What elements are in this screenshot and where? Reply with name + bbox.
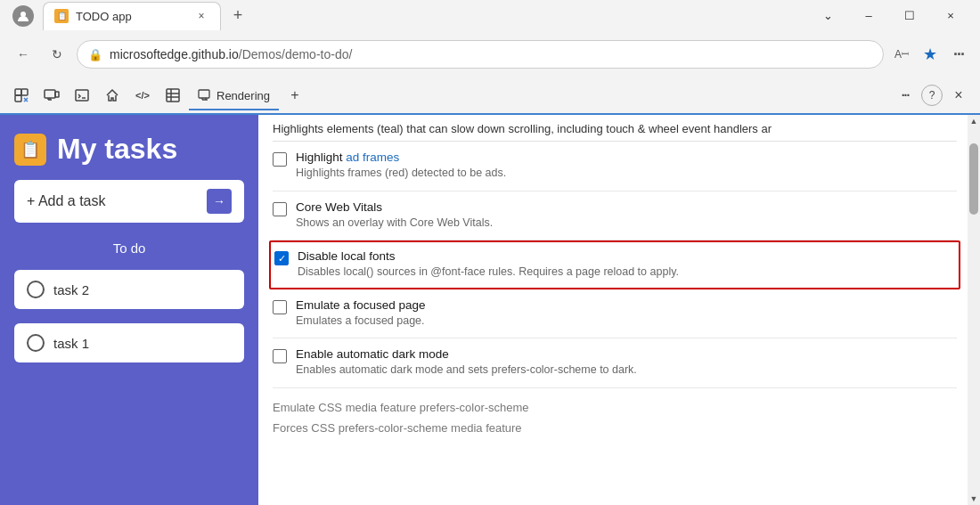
sources-button[interactable]: </> (128, 81, 157, 110)
emulate-focused-page-name: Emulate a focused page (296, 298, 957, 312)
title-bar: 📋 TODO app × + ⌄ – ☐ × (0, 0, 980, 31)
tab-title: TODO app (76, 10, 186, 23)
svg-rect-6 (76, 90, 88, 101)
refresh-button[interactable]: ↻ (43, 40, 71, 69)
core-web-vitals-desc: Shows an overlay with Core Web Vitals. (296, 216, 957, 232)
disable-local-fonts-checkbox[interactable] (274, 251, 289, 265)
device-emulation-button[interactable] (37, 81, 66, 110)
task-label-task2: task 2 (53, 282, 89, 297)
option-highlight-ad-frames: Highlight ad frames Highlights frames (r… (273, 142, 957, 191)
address-box[interactable]: 🔒 microsoftedge.github.io/Demos/demo-to-… (77, 40, 884, 69)
enable-auto-dark-checkbox[interactable] (273, 349, 287, 363)
tab-favicon: 📋 (54, 9, 69, 23)
active-tab[interactable]: 📋 TODO app × (43, 2, 221, 30)
core-web-vitals-checkbox[interactable] (273, 202, 287, 216)
rendering-panel: Highlights elements (teal) that can slow… (258, 115, 980, 505)
task-item-task1[interactable]: task 1 (14, 323, 244, 362)
disable-local-fonts-desc: Disables local() sources in @font-face r… (298, 265, 955, 281)
scrollbar-thumb[interactable] (969, 143, 978, 215)
svg-rect-1 (15, 89, 21, 95)
option-core-web-vitals: Core Web Vitals Shows an overlay with Co… (273, 191, 957, 241)
network-button[interactable] (159, 81, 187, 110)
core-web-vitals-text: Core Web Vitals Shows an overlay with Co… (296, 200, 957, 232)
devtools-close-button[interactable]: × (944, 81, 973, 110)
emulate-focused-page-desc: Emulates a focused page. (296, 314, 957, 330)
option-disable-local-fonts: Disable local fonts Disables local() sou… (269, 240, 960, 289)
chevron-down-icon[interactable]: ⌄ (807, 2, 848, 30)
main-area: 📋 My tasks + Add a task → To do task 2 t… (0, 115, 980, 505)
svg-rect-2 (21, 89, 28, 95)
devtools-more-button[interactable]: ··· (891, 81, 919, 110)
maximize-button[interactable]: ☐ (889, 2, 930, 30)
svg-rect-4 (45, 90, 55, 98)
option-emulate-focused-page: Emulate a focused page Emulates a focuse… (273, 289, 957, 339)
browser-more-button[interactable]: ··· (946, 42, 971, 67)
add-task-arrow-icon: → (207, 189, 232, 214)
profile-icon (12, 5, 34, 27)
scrollbar-track: ▲ ▼ (968, 115, 980, 505)
task-label-task1: task 1 (53, 336, 89, 351)
devtools-toolbar: </> Rendering + ··· ? × (0, 77, 980, 115)
url-path: /Demos/demo-to-do/ (239, 47, 353, 61)
url-display: microsoftedge.github.io/Demos/demo-to-do… (110, 47, 872, 61)
tab-bar: 📋 TODO app × + (43, 0, 807, 31)
svg-rect-5 (55, 92, 59, 97)
task-item-task2[interactable]: task 2 (14, 270, 244, 309)
scroll-hint-text: Highlights elements (teal) that can slow… (273, 115, 957, 142)
minimize-button[interactable]: – (848, 2, 889, 30)
highlight-ad-frames-name: Highlight ad frames (296, 151, 957, 164)
new-tab-button[interactable]: + (225, 3, 251, 29)
svg-rect-8 (199, 90, 209, 98)
rendering-tab[interactable]: Rendering (189, 82, 279, 110)
scroll-down-arrow[interactable]: ▼ (968, 493, 980, 505)
profile-area[interactable] (9, 2, 37, 30)
add-panel-button[interactable]: + (281, 81, 309, 110)
window-controls: ⌄ – ☐ × (807, 2, 971, 30)
console-button[interactable] (68, 81, 96, 110)
highlight-ad-frames-text: Highlight ad frames Highlights frames (r… (296, 151, 957, 182)
scroll-up-arrow[interactable]: ▲ (968, 115, 980, 127)
tab-close-button[interactable]: × (193, 8, 209, 24)
enable-auto-dark-desc: Enables automatic dark mode and sets pre… (296, 362, 957, 379)
todo-header: 📋 My tasks (14, 133, 244, 166)
enable-auto-dark-name: Enable automatic dark mode (296, 347, 957, 361)
svg-rect-3 (15, 95, 21, 102)
disable-local-fonts-name: Disable local fonts (298, 249, 955, 263)
emulate-focused-page-checkbox[interactable] (273, 300, 287, 314)
back-button[interactable]: ← (9, 40, 37, 69)
enable-auto-dark-text: Enable automatic dark mode Enables autom… (296, 347, 957, 379)
todo-app-icon: 📋 (14, 134, 46, 166)
rendering-tab-label: Rendering (216, 89, 270, 102)
todo-app-title: My tasks (57, 133, 177, 166)
read-aloud-button[interactable]: A𝄩 (889, 42, 914, 67)
svg-rect-7 (167, 89, 179, 102)
task-checkbox-task1[interactable] (27, 334, 45, 352)
panel-content[interactable]: Highlights elements (teal) that can slow… (258, 115, 980, 505)
add-task-label: + Add a task (27, 193, 106, 209)
ad-frames-link[interactable]: ad frames (346, 151, 399, 164)
devtools-right-controls: ··· ? × (891, 81, 973, 110)
emulate-focused-page-text: Emulate a focused page Emulates a focuse… (296, 298, 957, 330)
highlight-ad-frames-desc: Highlights frames (red) detected to be a… (296, 166, 957, 182)
bottom-item-1: Emulate CSS media feature prefers-color-… (273, 397, 957, 418)
inspect-element-button[interactable] (7, 81, 36, 110)
close-button[interactable]: × (930, 2, 971, 30)
todo-section-label: To do (14, 240, 244, 256)
todo-sidebar: 📋 My tasks + Add a task → To do task 2 t… (0, 115, 258, 505)
bottom-item-2: Forces CSS prefers-color-scheme media fe… (273, 418, 957, 438)
disable-local-fonts-text: Disable local fonts Disables local() sou… (298, 249, 955, 281)
devtools-help-button[interactable]: ? (921, 85, 943, 106)
core-web-vitals-name: Core Web Vitals (296, 200, 957, 214)
url-origin: microsoftedge.github.io (110, 47, 239, 61)
task-checkbox-task2[interactable] (27, 281, 45, 298)
highlight-ad-frames-checkbox[interactable] (273, 152, 287, 167)
address-bar-row: ← ↻ 🔒 microsoftedge.github.io/Demos/demo… (0, 31, 980, 77)
bottom-text-section: Emulate CSS media feature prefers-color-… (273, 388, 957, 443)
address-actions: A𝄩 ★ ··· (889, 42, 971, 67)
lock-icon: 🔒 (88, 48, 102, 61)
option-enable-auto-dark: Enable automatic dark mode Enables autom… (273, 338, 957, 388)
add-task-button[interactable]: + Add a task → (14, 180, 244, 223)
favorites-button[interactable]: ★ (918, 42, 943, 67)
home-button[interactable] (98, 81, 127, 110)
